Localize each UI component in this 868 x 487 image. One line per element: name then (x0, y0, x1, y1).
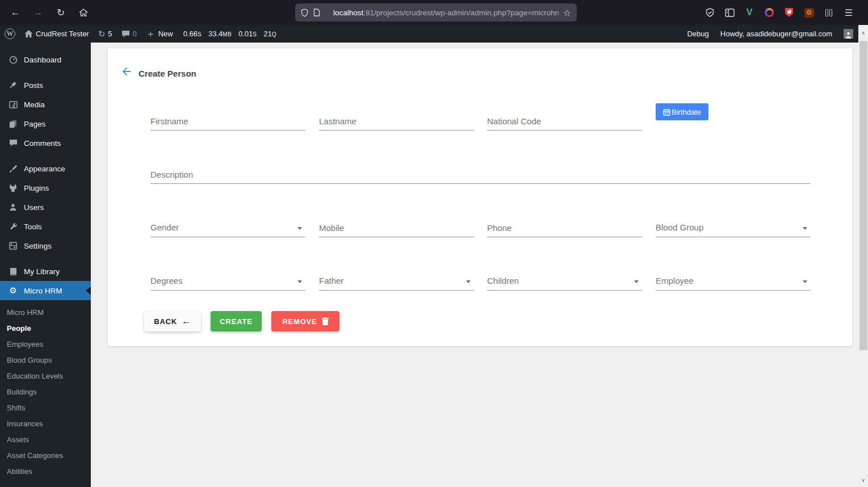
new-content-menu[interactable]: ＋ New (141, 25, 178, 43)
national-code-input[interactable] (487, 116, 642, 126)
chevron-down-icon (803, 280, 807, 283)
extension-shield-check-icon[interactable] (704, 7, 715, 18)
remove-button[interactable]: REMOVE (271, 311, 339, 331)
submenu-item-abilities[interactable]: Abilities (0, 463, 91, 479)
site-name-menu[interactable]: CrudRest Tester (20, 25, 94, 43)
browser-menu-icon[interactable]: ☰ (843, 7, 854, 18)
browser-chrome: ← → ↻ localhost:81/projects/crudrest/wp-… (0, 0, 868, 25)
scrollbar-down-icon[interactable]: ∨ (858, 475, 868, 485)
book-icon (7, 267, 19, 276)
debug-menu[interactable]: Debug (687, 30, 708, 38)
browser-home-icon[interactable] (76, 5, 91, 20)
children-select[interactable]: Children (487, 271, 642, 291)
browser-back-icon[interactable]: ← (8, 5, 23, 20)
firstname-field[interactable] (150, 111, 305, 131)
gender-select[interactable]: Gender (150, 218, 305, 237)
scrollbar-thumb[interactable] (859, 41, 867, 350)
howdy-account-menu[interactable]: Howdy, asadidebuger@gmail.com (720, 30, 832, 38)
father-select[interactable]: Father (319, 271, 474, 291)
colorful-ring-extension-icon[interactable] (764, 7, 775, 18)
chevron-down-icon (634, 280, 639, 283)
back-arrow-icon[interactable] (120, 65, 133, 78)
browser-reload-icon[interactable]: ↻ (53, 5, 68, 20)
sidebar-item-plugins[interactable]: Plugins (0, 178, 91, 198)
settings-icon (7, 242, 19, 250)
trash-icon (322, 317, 329, 325)
page-scrollbar[interactable]: ∧ ∨ (858, 25, 868, 487)
description-input[interactable] (150, 170, 810, 179)
plus-icon: ＋ (146, 27, 156, 40)
create-button[interactable]: CREATE (211, 311, 262, 331)
pages-icon (7, 120, 19, 128)
qm-memory: 33.4MB (208, 30, 232, 38)
sidebar-item-posts[interactable]: Posts (0, 75, 91, 95)
lastname-input[interactable] (319, 116, 474, 126)
red-shield-lock-extension-icon[interactable] (783, 7, 795, 18)
sidebar-item-comments[interactable]: Comments (0, 133, 91, 153)
home-icon (24, 30, 33, 38)
qm-query-count: 21Q (263, 30, 276, 38)
description-field[interactable] (150, 165, 810, 184)
sidebar-item-settings[interactable]: Settings (0, 236, 91, 255)
sidebar-item-users[interactable]: Users (0, 198, 91, 217)
pushpin-icon (7, 81, 19, 89)
firstname-input[interactable] (150, 116, 305, 126)
bookmark-star-icon[interactable]: ☆ (563, 7, 571, 18)
submenu-item-blood-groups[interactable]: Blood Groups (0, 352, 91, 368)
sidebar-item-media[interactable]: Media (0, 95, 91, 114)
scrollbar-up-icon[interactable]: ∧ (858, 28, 868, 37)
wordpress-logo-icon: W (5, 28, 15, 39)
comments-menu[interactable]: 0 (117, 25, 141, 43)
sidebar-item-dashboard[interactable]: Dashboard (0, 50, 91, 69)
page-info-icon[interactable] (313, 9, 320, 16)
avatar[interactable] (844, 29, 853, 39)
media-icon (7, 101, 19, 108)
lastname-field[interactable] (319, 111, 474, 131)
mobile-field[interactable] (319, 218, 474, 237)
sidebar-item-my-library[interactable]: My Library (0, 262, 91, 281)
sidebar-item-appearance[interactable]: Appearance (0, 159, 91, 178)
chevron-down-icon (466, 280, 471, 283)
submenu-item-assets[interactable]: Assets (0, 431, 91, 447)
shield-permissions-icon[interactable] (301, 9, 308, 17)
dashboard-icon (7, 56, 19, 64)
qm-time: 0.66S (183, 30, 202, 38)
blood-group-select[interactable]: Blood Group (656, 218, 811, 237)
chevron-down-icon (297, 280, 302, 283)
gear-icon: ⚙ (7, 286, 19, 296)
sidebar-toggle-icon[interactable] (724, 7, 735, 18)
sidebar-item-micro-hrm[interactable]: ⚙ Micro HRM (0, 281, 91, 300)
submenu-item-shifts[interactable]: Shifts (0, 400, 91, 415)
url-bar[interactable]: localhost:81/projects/crudrest/wp-admin/… (295, 3, 577, 22)
degrees-select[interactable]: Degrees (150, 271, 305, 291)
wp-logo-menu[interactable]: W (0, 25, 20, 43)
orange-gear-extension-icon[interactable]: ⚙ (803, 7, 815, 18)
submenu-item-education-levels[interactable]: Education Levels (0, 368, 91, 384)
arrow-left-icon: ← (182, 316, 191, 326)
submenu-item-micro-hrm[interactable]: Micro HRM (0, 304, 91, 320)
query-monitor-stats[interactable]: 0.66S 33.4MB 0.01S 21Q (178, 30, 276, 38)
birthdate-button[interactable]: Birthdate (656, 103, 708, 120)
browser-forward-icon[interactable]: → (31, 5, 45, 20)
submenu-item-asset-categories[interactable]: Asset Categories (0, 447, 91, 463)
employee-select[interactable]: Employee (656, 271, 811, 291)
submenu-item-people[interactable]: People (0, 320, 91, 336)
submenu-item-buildings[interactable]: Buildings (0, 384, 91, 400)
page-title: Create Person (139, 69, 196, 78)
sidebar-item-tools[interactable]: Tools (0, 217, 91, 236)
back-button[interactable]: BACK← (144, 311, 201, 331)
comments-icon (7, 139, 19, 147)
mobile-input[interactable] (319, 223, 474, 233)
plugin-icon (7, 184, 19, 192)
submenu-item-employees[interactable]: Employees (0, 336, 91, 352)
paintbrush-icon (7, 165, 19, 173)
updates-menu[interactable]: ↻ 5 (94, 25, 117, 43)
vue-devtools-icon[interactable]: V (744, 7, 755, 18)
phone-field[interactable] (487, 218, 642, 237)
library-extension-icon[interactable] (823, 7, 835, 18)
wrench-icon (7, 222, 19, 231)
sidebar-item-pages[interactable]: Pages (0, 114, 91, 133)
phone-input[interactable] (487, 223, 642, 233)
national-code-field[interactable] (487, 111, 642, 131)
submenu-item-insurances[interactable]: Insurances (0, 415, 91, 431)
